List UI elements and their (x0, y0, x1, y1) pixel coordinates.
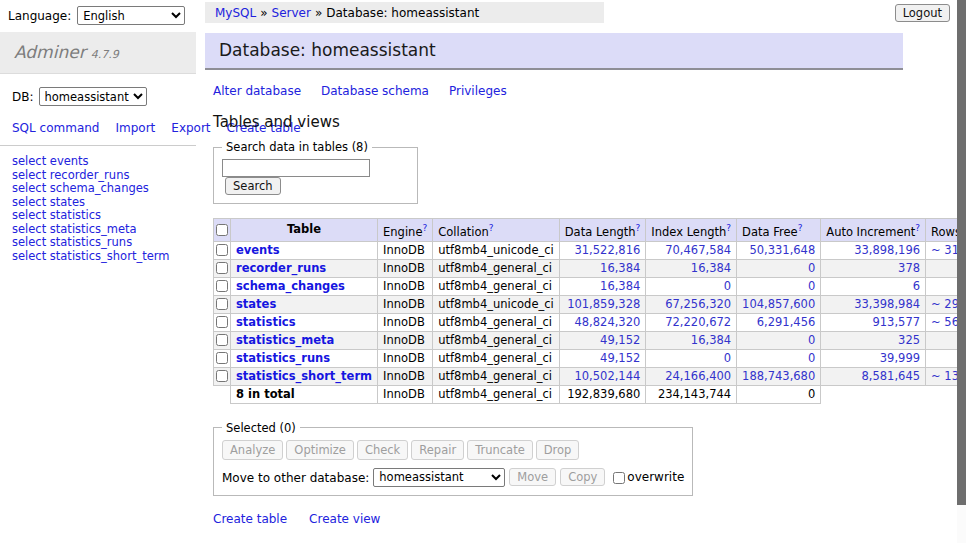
data-length-link[interactable]: 49,152 (600, 333, 640, 347)
logout-button[interactable]: Logout (895, 4, 950, 22)
table-link-events[interactable]: events (236, 243, 280, 257)
sidebar-table-item: select statistics_runs (12, 236, 184, 250)
table-link-schema-changes[interactable]: schema_changes (236, 279, 345, 293)
optimize-button[interactable]: Optimize (286, 440, 354, 460)
data-free-link[interactable]: 6,291,456 (757, 315, 816, 329)
auto-increment-link[interactable]: 325 (898, 333, 920, 347)
data-free-link[interactable]: 0 (808, 261, 815, 275)
row-checkbox[interactable] (216, 370, 228, 382)
index-length-link[interactable]: 0 (724, 351, 731, 365)
repair-button[interactable]: Repair (411, 440, 464, 460)
sidebar-link-sql-command[interactable]: SQL command (12, 121, 99, 135)
breadcrumb-link-server[interactable]: Server (272, 6, 311, 20)
sidebar-table-link-select-events[interactable]: select events (12, 154, 89, 168)
index-length-link[interactable]: 16,384 (691, 261, 731, 275)
breadcrumb-link-mysql[interactable]: MySQL (215, 6, 256, 20)
auto-increment-cell: 325 (821, 331, 926, 349)
link-create-table[interactable]: Create table (213, 512, 287, 526)
table-link-states[interactable]: states (236, 297, 276, 311)
row-checkbox[interactable] (216, 298, 228, 310)
row-select-cell (214, 367, 231, 385)
auto-increment-link[interactable]: 39,999 (880, 351, 920, 365)
sidebar-table-item: select statistics_short_term (12, 250, 184, 264)
data-length-link[interactable]: 48,824,320 (574, 315, 640, 329)
analyze-button[interactable]: Analyze (222, 440, 283, 460)
index-length-link[interactable]: 72,220,672 (665, 315, 731, 329)
column-help-link[interactable]: ? (636, 223, 641, 233)
row-checkbox[interactable] (216, 316, 228, 328)
data-length-link[interactable]: 16,384 (600, 261, 640, 275)
data-free-link[interactable]: 0 (808, 279, 815, 293)
data-free-link[interactable]: 104,857,600 (742, 297, 815, 311)
data-free-link[interactable]: 50,331,648 (749, 243, 815, 257)
index-length-link[interactable]: 16,384 (691, 333, 731, 347)
index-length-link[interactable]: 67,256,320 (665, 297, 731, 311)
data-length-cell: 10,502,144 (559, 367, 646, 385)
language-select[interactable]: English (77, 6, 185, 25)
copy-button[interactable]: Copy (560, 468, 605, 486)
column-help-link[interactable]: ? (726, 223, 731, 233)
vertical-scrollbar[interactable] (957, 0, 966, 543)
data-length-link[interactable]: 31,522,816 (574, 243, 640, 257)
link-create-view[interactable]: Create view (309, 512, 380, 526)
search-input[interactable] (222, 159, 370, 177)
auto-increment-link[interactable]: 33,398,984 (854, 297, 920, 311)
sidebar-table-item: select recorder_runs (12, 169, 184, 183)
table-link-statistics[interactable]: statistics (236, 315, 296, 329)
table-link-statistics-meta[interactable]: statistics_meta (236, 333, 334, 347)
search-button[interactable]: Search (225, 177, 281, 195)
row-checkbox[interactable] (216, 280, 228, 292)
drop-button[interactable]: Drop (536, 440, 580, 460)
sidebar-table-link-select-recorder-runs[interactable]: select recorder_runs (12, 168, 129, 182)
row-checkbox[interactable] (216, 334, 228, 346)
auto-increment-link[interactable]: 6 (913, 279, 920, 293)
move-button[interactable]: Move (509, 468, 556, 486)
auto-increment-link[interactable]: 913,577 (872, 315, 920, 329)
sidebar-table-link-select-statistics-short-term[interactable]: select statistics_short_term (12, 249, 169, 263)
auto-increment-link[interactable]: 8,581,645 (862, 369, 921, 383)
db-nav-link-privileges[interactable]: Privileges (449, 84, 507, 98)
row-checkbox[interactable] (216, 244, 228, 256)
data-length-link[interactable]: 101,859,328 (567, 297, 640, 311)
index-length-link[interactable]: 70,467,584 (665, 243, 731, 257)
sidebar-table-link-select-statistics-meta[interactable]: select statistics_meta (12, 222, 137, 236)
index-length-link[interactable]: 0 (724, 279, 731, 293)
db-nav-link-alter-database[interactable]: Alter database (213, 84, 301, 98)
data-length-link[interactable]: 10,502,144 (574, 369, 640, 383)
table-link-recorder-runs[interactable]: recorder_runs (236, 261, 326, 275)
column-help-link[interactable]: ? (422, 223, 427, 233)
column-label: Auto Increment (826, 225, 915, 239)
data-free-link[interactable]: 188,743,680 (742, 369, 815, 383)
overwrite-checkbox[interactable] (613, 472, 625, 484)
table-link-statistics-runs[interactable]: statistics_runs (236, 351, 330, 365)
data-length-link[interactable]: 49,152 (600, 351, 640, 365)
collation-cell: utf8mb4_general_ci (433, 313, 560, 331)
data-free-link[interactable]: 0 (808, 333, 815, 347)
table-link-statistics-short-term[interactable]: statistics_short_term (236, 369, 372, 383)
row-checkbox[interactable] (216, 262, 228, 274)
column-help-link[interactable]: ? (798, 223, 803, 233)
data-length-link[interactable]: 16,384 (600, 279, 640, 293)
engine-cell: InnoDB (378, 367, 433, 385)
data-free-link[interactable]: 0 (808, 351, 815, 365)
total-data-free-cell: 0 (737, 385, 821, 403)
db-select[interactable]: homeassistant (39, 87, 147, 106)
sidebar-table-link-select-states[interactable]: select states (12, 195, 85, 209)
move-database-select[interactable]: homeassistant (373, 468, 505, 487)
sidebar-table-link-select-statistics[interactable]: select statistics (12, 208, 101, 222)
column-help-link[interactable]: ? (489, 223, 494, 233)
index-length-link[interactable]: 24,166,400 (665, 369, 731, 383)
select-all-checkbox[interactable] (216, 224, 228, 236)
sidebar-link-import[interactable]: Import (115, 121, 155, 135)
truncate-button[interactable]: Truncate (467, 440, 533, 460)
auto-increment-link[interactable]: 33,898,196 (854, 243, 920, 257)
db-nav-link-database-schema[interactable]: Database schema (321, 84, 429, 98)
auto-increment-link[interactable]: 378 (898, 261, 920, 275)
column-help-link[interactable]: ? (915, 223, 920, 233)
overwrite-toggle[interactable]: overwrite (613, 470, 684, 484)
scrollbar-thumb[interactable] (957, 0, 966, 505)
row-checkbox[interactable] (216, 352, 228, 364)
sidebar-table-link-select-schema-changes[interactable]: select schema_changes (12, 181, 149, 195)
check-button[interactable]: Check (357, 440, 408, 460)
sidebar-table-link-select-statistics-runs[interactable]: select statistics_runs (12, 235, 132, 249)
